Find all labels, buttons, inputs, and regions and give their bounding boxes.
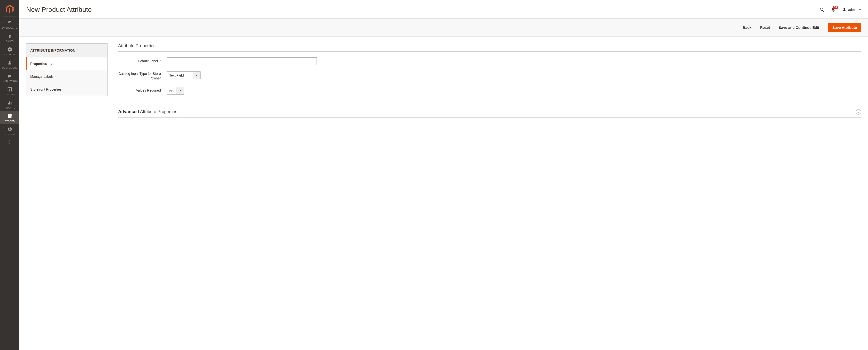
save-continue-button[interactable]: Save and Continue Edit <box>779 25 819 30</box>
dollar-icon <box>7 33 12 39</box>
box-icon <box>7 47 12 52</box>
gear-icon <box>7 127 12 132</box>
person-icon <box>7 60 12 65</box>
section-title-rest: Attribute Properties <box>139 109 177 114</box>
layout-icon <box>7 87 12 92</box>
chevron-down-icon: ▼ <box>177 87 184 94</box>
notification-badge: 38 <box>833 6 838 9</box>
tab-manage-labels[interactable]: Manage Labels <box>26 70 107 83</box>
notifications-icon[interactable]: 38 <box>831 7 836 12</box>
values-required-label: Values Required <box>118 87 166 92</box>
tab-storefront-properties[interactable]: Storefront Properties <box>26 83 107 96</box>
nav-label: CUSTOMERS <box>2 66 17 69</box>
nav-label: DASHBOARD <box>2 26 18 29</box>
tabs-title: ATTRIBUTE INFORMATION <box>26 43 107 57</box>
back-button[interactable]: ← Back <box>737 25 751 30</box>
admin-sidebar: DASHBOARD SALES CATALOG CUSTOMERS MARKET… <box>0 0 20 350</box>
sidebar-divider <box>3 17 17 17</box>
tab-label: Storefront Properties <box>30 88 62 91</box>
nav-customers[interactable]: CUSTOMERS <box>0 58 20 71</box>
nav-label: SYSTEM <box>5 133 15 136</box>
nav-label: MARKETING <box>2 80 17 82</box>
magento-logo[interactable] <box>5 4 14 14</box>
nav-label: SALES <box>6 40 13 42</box>
megaphone-icon <box>7 73 12 79</box>
nav-dashboard[interactable]: DASHBOARD <box>0 18 20 31</box>
input-type-select[interactable]: Text Field ▼ <box>166 71 200 79</box>
caret-down-icon: ▼ <box>859 8 861 11</box>
pencil-icon <box>51 62 53 65</box>
form-area: Attribute Properties Default Label Catal… <box>118 43 861 124</box>
nav-label: CATALOG <box>4 53 15 56</box>
section-title-strong: Advanced <box>118 109 139 114</box>
field-input-type: Catalog Input Type for Store Owner Text … <box>118 71 861 81</box>
nav-sales[interactable]: SALES <box>0 31 20 44</box>
page-header: New Product Attribute 38 admin ▼ <box>20 0 868 19</box>
input-type-label: Catalog Input Type for Store Owner <box>118 71 166 81</box>
storefront-icon <box>7 114 12 119</box>
page-title: New Product Attribute <box>26 6 819 13</box>
svg-rect-3 <box>8 103 9 104</box>
svg-rect-5 <box>11 102 11 104</box>
default-label-input[interactable] <box>166 57 317 65</box>
reset-button[interactable]: Reset <box>760 25 770 30</box>
tab-properties[interactable]: Properties <box>26 57 107 70</box>
arrow-left-icon: ← <box>737 25 741 30</box>
select-value: No <box>167 87 177 94</box>
nav-content[interactable]: CONTENT <box>0 84 20 98</box>
section-advanced-properties[interactable]: Advanced Attribute Properties ⌄ <box>118 109 861 118</box>
bars-icon <box>7 100 12 105</box>
section-attribute-properties: Attribute Properties <box>118 43 861 52</box>
nav-label: REPORTS <box>4 106 16 109</box>
chevron-down-circle-icon: ⌄ <box>856 109 861 115</box>
nav-reports[interactable]: REPORTS <box>0 98 20 111</box>
blocks-icon <box>7 140 12 145</box>
tab-label: Manage Labels <box>30 74 54 78</box>
tab-label: Properties <box>30 62 47 66</box>
nav-marketing[interactable]: MARKETING <box>0 71 20 84</box>
gauge-icon <box>7 20 12 25</box>
nav-stores[interactable]: STORES <box>0 111 20 124</box>
action-bar: ← Back Reset Save and Continue Edit Save… <box>20 19 868 37</box>
field-values-required: Values Required No ▼ <box>118 87 861 95</box>
user-label: admin <box>848 8 857 12</box>
nav-label: STORES <box>5 120 15 122</box>
nav-catalog[interactable]: CATALOG <box>0 44 20 58</box>
nav-extensions[interactable] <box>0 137 20 148</box>
user-menu[interactable]: admin ▼ <box>842 7 861 12</box>
chevron-down-icon: ▼ <box>193 72 200 79</box>
default-label-label: Default Label <box>118 57 166 63</box>
select-value: Text Field <box>167 72 193 79</box>
save-attribute-button[interactable]: Save Attribute <box>828 23 861 32</box>
values-required-select[interactable]: No ▼ <box>166 87 184 95</box>
nav-label: CONTENT <box>4 93 16 96</box>
attribute-info-tabs: ATTRIBUTE INFORMATION Properties Manage … <box>26 43 107 96</box>
svg-rect-4 <box>9 101 10 105</box>
search-icon[interactable] <box>819 7 825 12</box>
nav-system[interactable]: SYSTEM <box>0 124 20 137</box>
field-default-label: Default Label <box>118 57 861 65</box>
user-icon <box>842 7 847 12</box>
